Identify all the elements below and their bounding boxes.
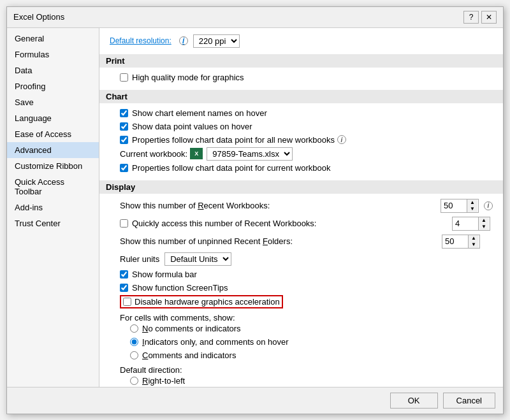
ruler-row: Ruler units Default Units Inches Centime… [120, 251, 493, 267]
sidebar-item-ease[interactable]: Ease of Access [7, 126, 99, 142]
disable-hw-row: Disable hardware graphics acceleration [120, 295, 283, 308]
sidebar-item-save[interactable]: Save [7, 94, 99, 110]
chart-option-2-row: Show data point values on hover [120, 120, 493, 133]
properties-current-checkbox[interactable] [120, 164, 128, 172]
properties-current-row: Properties follow chart data point for c… [120, 162, 493, 174]
recent-workbooks-spinner-btns: ▲ ▼ [467, 199, 477, 212]
sidebar-item-ribbon[interactable]: Customize Ribbon [7, 158, 99, 174]
chart-option-1-row: Show chart element names on hover [120, 107, 493, 119]
sidebar-item-language[interactable]: Language [7, 110, 99, 126]
default-resolution-row: Default resolution: i 220 ppi 96 ppi 150… [110, 34, 493, 48]
formula-bar-label: Show formula bar [132, 270, 197, 279]
help-button[interactable]: ? [463, 11, 479, 24]
default-resolution-label: Default resolution: [110, 36, 171, 45]
excel-options-dialog: Excel Options ? ✕ GeneralFormulasDataPro… [6, 6, 504, 414]
dialog-footer: OK Cancel [7, 387, 503, 414]
sidebar-item-proofing[interactable]: Proofing [7, 78, 99, 94]
sidebar: GeneralFormulasDataProofingSaveLanguageE… [7, 28, 99, 387]
quick-access-input[interactable] [453, 218, 478, 229]
high-quality-checkbox[interactable] [120, 73, 128, 82]
no-comments-label: No comments or indicators [142, 324, 241, 333]
sidebar-item-addins[interactable]: Add-ins [7, 199, 99, 215]
comments-section: For cells with comments, show: No commen… [120, 313, 493, 361]
quick-access-down-btn[interactable]: ▼ [479, 224, 489, 230]
ruler-label: Ruler units [120, 254, 159, 264]
quick-access-spinner: ▲ ▼ [452, 217, 490, 231]
dialog-title: Excel Options [13, 12, 64, 22]
sidebar-item-formulas[interactable]: Formulas [7, 47, 99, 62]
unpinned-folders-input[interactable] [442, 236, 468, 247]
chart-option-3-label: Properties follow chart data point for a… [132, 135, 335, 145]
current-workbook-label: Current workbook: [120, 149, 187, 159]
chart-section-header: Chart [99, 90, 503, 103]
recent-workbooks-spinner: ▲ ▼ [441, 199, 479, 213]
direction-label: Default direction: [120, 365, 493, 375]
title-bar: Excel Options ? ✕ [7, 7, 503, 28]
sidebar-item-data[interactable]: Data [7, 62, 99, 78]
disable-hw-label: Disable hardware graphics acceleration [135, 297, 280, 307]
screentips-checkbox[interactable] [120, 284, 128, 292]
comments-label: For cells with comments, show: [120, 313, 493, 322]
dialog-body: GeneralFormulasDataProofingSaveLanguageE… [7, 28, 503, 387]
default-resolution-info-icon[interactable]: i [179, 36, 188, 45]
formula-bar-row: Show formula bar [120, 268, 493, 280]
no-comments-radio[interactable] [130, 324, 138, 333]
sidebar-item-qat[interactable]: Quick Access Toolbar [7, 174, 99, 199]
screentips-row: Show function ScreenTips [120, 282, 493, 294]
quick-access-up-btn[interactable]: ▲ [479, 217, 489, 224]
indicators-only-label: Indicators only, and comments on hover [142, 337, 289, 347]
high-quality-row: High quality mode for graphics [120, 71, 493, 83]
ruler-select[interactable]: Default Units Inches Centimeters Millime… [164, 252, 231, 266]
quick-access-label: Quickly access this number of Recent Wor… [132, 219, 317, 228]
sidebar-item-general[interactable]: General [7, 31, 99, 47]
unpinned-folders-down-btn[interactable]: ▼ [469, 242, 479, 248]
current-workbook-select[interactable]: 97859-Teams.xlsx [207, 147, 293, 161]
main-content: Default resolution: i 220 ppi 96 ppi 150… [99, 28, 503, 387]
recent-workbooks-info-icon[interactable]: i [484, 201, 493, 210]
excel-icon: X [190, 148, 203, 159]
sidebar-item-trust[interactable]: Trust Center [7, 215, 99, 231]
chart-option-2-checkbox[interactable] [120, 122, 128, 131]
high-quality-label[interactable]: High quality mode for graphics [132, 73, 244, 82]
chart-option-3-row: Properties follow chart data point for a… [120, 134, 493, 146]
unpinned-folders-spinner-btns: ▲ ▼ [468, 235, 479, 248]
screentips-label: Show function ScreenTips [132, 283, 228, 293]
quick-access-row: Quickly access this number of Recent Wor… [120, 215, 493, 232]
sidebar-item-advanced[interactable]: Advanced [7, 142, 99, 158]
comments-indicators-row: Comments and indicators [130, 349, 493, 361]
quick-access-checkbox[interactable] [120, 219, 128, 228]
chart-option-2-label: Show data point values on hover [132, 122, 252, 131]
properties-current-label: Properties follow chart data point for c… [132, 163, 330, 173]
recent-workbooks-row: Show this number of Recent Workbooks: ▲ … [120, 198, 493, 214]
unpinned-folders-row: Show this number of unpinned Recent Fold… [120, 233, 493, 250]
comments-indicators-label: Comments and indicators [142, 351, 236, 360]
unpinned-folders-up-btn[interactable]: ▲ [469, 235, 479, 242]
formula-bar-checkbox[interactable] [120, 270, 128, 279]
recent-workbooks-up-btn[interactable]: ▲ [467, 199, 477, 206]
recent-workbooks-down-btn[interactable]: ▼ [467, 206, 477, 212]
indicators-only-radio[interactable] [130, 338, 138, 346]
print-section-header: Print [99, 54, 503, 68]
no-comments-row: No comments or indicators [130, 322, 493, 335]
quick-access-spinner-btns: ▲ ▼ [478, 217, 489, 230]
chart-option-3-checkbox[interactable] [120, 136, 128, 144]
indicators-only-row: Indicators only, and comments on hover [130, 336, 493, 348]
recent-workbooks-input[interactable] [441, 200, 467, 211]
rtl-row: Right-to-left [130, 375, 493, 387]
rtl-label: Right-to-left [142, 376, 185, 386]
ok-button[interactable]: OK [390, 393, 438, 409]
rtl-radio[interactable] [130, 377, 138, 385]
chart-option-1-label: Show chart element names on hover [132, 108, 267, 118]
chart-option-3-info-icon[interactable]: i [337, 135, 346, 144]
cancel-button[interactable]: Cancel [443, 393, 495, 409]
chart-option-1-checkbox[interactable] [120, 109, 128, 117]
comments-indicators-radio[interactable] [130, 351, 138, 359]
disable-hw-checkbox[interactable] [123, 298, 131, 306]
recent-workbooks-label: Show this number of Recent Workbooks: [120, 201, 270, 210]
default-resolution-select[interactable]: 220 ppi 96 ppi 150 ppi [193, 34, 240, 48]
direction-section: Default direction: Right-to-left Left-to… [120, 365, 493, 387]
close-button[interactable]: ✕ [481, 11, 497, 24]
title-bar-buttons: ? ✕ [463, 11, 497, 24]
unpinned-folders-label: Show this number of unpinned Recent Fold… [120, 236, 293, 246]
display-section-header: Display [99, 180, 503, 194]
